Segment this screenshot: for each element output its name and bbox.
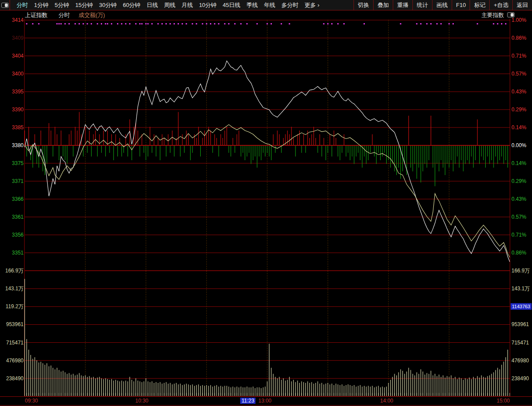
toolbar-button-3[interactable]: 重播: [393, 0, 412, 10]
marker-dot: [196, 23, 197, 24]
time-axis-label: 15:00: [497, 398, 510, 404]
marker-dot: [121, 23, 122, 24]
marker-dot: [327, 23, 329, 24]
toolbar: 切换叠加重播统计画线F10标记+自选返回: [354, 0, 532, 10]
percent-axis-label: 0.29%: [511, 107, 526, 113]
marker-dot: [97, 23, 98, 24]
percent-axis-label: 0.86%: [511, 250, 526, 256]
subheader: 上证指数 分时 成交额(万) 主要指数: [0, 11, 532, 19]
volume-axis-label: 166.9万: [1, 267, 24, 275]
time-axis-label: 09:30: [25, 398, 38, 404]
marker-dot: [165, 23, 167, 24]
marker-dot: [246, 23, 247, 24]
marker-dot: [169, 23, 171, 24]
toolbar-button-9[interactable]: 返回: [512, 0, 532, 10]
marker-dot: [501, 23, 502, 24]
volume-axis-label: 953961: [511, 321, 529, 327]
volume-axis-label: 166.9万: [511, 267, 530, 275]
marker-dot: [337, 23, 339, 24]
menu-item-10[interactable]: 10分钟: [196, 1, 220, 9]
volume-axis-label: 715471: [511, 340, 529, 346]
marker-dot: [440, 23, 442, 24]
marker-dot: [364, 23, 365, 24]
volume-axis-label: 238490: [511, 375, 529, 382]
toolbar-button-8[interactable]: +自选: [489, 0, 512, 10]
price-axis-label: 3375: [1, 160, 24, 166]
menu-item-7[interactable]: 日线: [144, 1, 161, 9]
marker-dot: [139, 23, 141, 24]
menu-item-13[interactable]: 年线: [261, 1, 278, 9]
toolbar-button-4[interactable]: 统计: [412, 0, 432, 10]
toolbar-button-1[interactable]: 切换: [354, 0, 373, 10]
chart-canvas[interactable]: [0, 0, 532, 406]
marker-dot: [32, 23, 34, 24]
main-index-selector[interactable]: 主要指数: [481, 11, 504, 19]
marker-dot: [192, 23, 193, 24]
percent-axis-label: 0.43%: [511, 196, 526, 202]
marker-dot: [323, 23, 324, 24]
menu-item-1[interactable]: 分时: [14, 1, 31, 9]
marker-dot: [75, 23, 76, 24]
menu-item-4[interactable]: 15分钟: [72, 1, 96, 9]
time-axis-label: 13:00: [258, 398, 271, 404]
chart-period-label: 分时: [58, 11, 70, 19]
menu-item-14[interactable]: 多分时: [278, 1, 302, 9]
marker-dot: [477, 23, 478, 24]
price-axis-label: 3380: [1, 142, 24, 148]
symbol-name: 上证指数: [25, 11, 48, 19]
percent-axis-label: 0.86%: [511, 35, 526, 41]
marker-dot: [58, 23, 60, 24]
menu-item-9[interactable]: 月线: [178, 1, 196, 9]
marker-dot: [426, 23, 428, 24]
marker-dot: [69, 23, 70, 24]
marker-dot: [178, 23, 179, 24]
marker-dot: [79, 23, 80, 24]
menu-item-5[interactable]: 30分钟: [96, 1, 120, 9]
price-axis-label: 3356: [1, 232, 24, 238]
percent-axis-label: 0.29%: [511, 178, 526, 184]
menu-item-15[interactable]: 更多 ›: [302, 1, 323, 9]
menu-item-11[interactable]: 45日线: [220, 1, 243, 9]
price-axis-label: 3366: [1, 196, 24, 202]
marker-dot: [505, 23, 506, 24]
price-axis-label: 3409: [1, 35, 24, 41]
indicator-label[interactable]: 成交额(万): [79, 11, 105, 19]
menu-item-2[interactable]: 1分钟: [31, 1, 51, 9]
marker-dot: [343, 23, 345, 24]
percent-axis-label: 0.57%: [511, 71, 526, 77]
toolbar-button-6[interactable]: F10: [452, 0, 470, 10]
menu-item-12[interactable]: 季线: [244, 1, 261, 9]
marker-dot: [60, 23, 62, 24]
toolbar-button-7[interactable]: 标记: [470, 0, 489, 10]
toolbar-button-5[interactable]: 画线: [432, 0, 452, 10]
menu-item-3[interactable]: 5分钟: [51, 1, 72, 9]
menu-item-8[interactable]: 周线: [161, 1, 178, 9]
menubar: 分时1分钟5分钟15分钟30分钟60分钟日线周线月线10分钟45日线季线年线多分…: [0, 0, 532, 10]
panel-icon: [1, 3, 9, 8]
percent-axis-label: 0.71%: [511, 232, 526, 238]
volume-axis-label: 953961: [1, 321, 24, 327]
time-axis-label: 14:00: [380, 398, 393, 404]
window-split-icon[interactable]: [0, 0, 10, 10]
leading-index-line: [25, 124, 510, 257]
marker-dot: [271, 23, 272, 24]
marker-dot: [281, 23, 282, 24]
marker-dot: [493, 23, 494, 24]
marker-dot: [210, 23, 211, 24]
price-axis-label: 3385: [1, 124, 24, 131]
percent-axis-label: 0.14%: [511, 160, 526, 166]
marker-dot: [87, 23, 88, 24]
toolbar-button-2[interactable]: 叠加: [373, 0, 393, 10]
marker-dot: [331, 23, 333, 24]
price-axis-label: 3371: [1, 178, 24, 184]
menu-item-6[interactable]: 60分钟: [120, 1, 143, 9]
percent-axis-label: 0.71%: [511, 53, 526, 59]
marker-dot: [101, 23, 102, 24]
marker-dot: [91, 23, 92, 24]
marker-dot: [400, 23, 401, 24]
percent-axis-label: 0.00%: [511, 142, 526, 148]
volume-axis-label: 143.1万: [1, 285, 24, 292]
marker-dot: [105, 23, 106, 24]
volume-axis-label: 119.2万: [1, 303, 24, 310]
volume-axis-label: 715471: [1, 340, 24, 346]
